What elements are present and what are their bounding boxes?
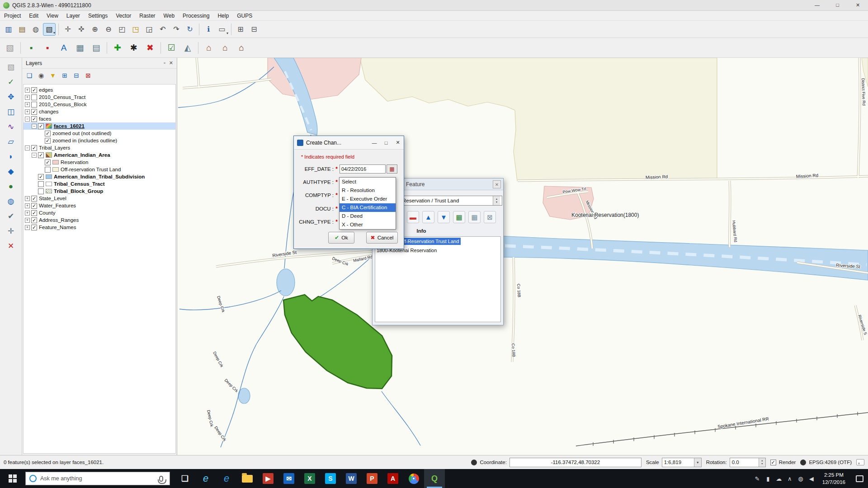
- split-feature-button[interactable]: ✱: [126, 40, 142, 56]
- show-hidden-icons-tray-icon[interactable]: ∧: [784, 469, 795, 488]
- zoom-in-button[interactable]: ⊕: [89, 23, 101, 36]
- start-button[interactable]: [0, 469, 25, 488]
- layer-row-american-indian-tribal-subdivision[interactable]: ✓American_Indian_Tribal_Subdivision: [24, 173, 175, 180]
- layer-checkbox[interactable]: [38, 181, 44, 187]
- layer-checkbox[interactable]: ✓: [31, 109, 37, 115]
- draw-curve-button[interactable]: ∿: [3, 120, 19, 134]
- layer-row-address-ranges[interactable]: +✓Address_Ranges: [24, 216, 175, 224]
- layer-properties-button[interactable]: ▤: [89, 40, 104, 56]
- powerpoint-taskbar-button[interactable]: P: [362, 469, 382, 488]
- dropdown-option-d-deed[interactable]: D - Deed: [340, 212, 396, 221]
- show-on-map-button[interactable]: ▦: [453, 211, 465, 223]
- move-feature-button[interactable]: ✥: [3, 90, 19, 104]
- node-tool-button[interactable]: ◫: [3, 105, 19, 119]
- dropdown-option-r-resolution[interactable]: R - Resolution: [340, 186, 396, 195]
- onedrive-tray-icon[interactable]: ☁: [774, 469, 784, 488]
- create-dialog-maximize-button[interactable]: □: [380, 140, 392, 145]
- expander-icon[interactable]: +: [25, 203, 30, 208]
- menu-item-help[interactable]: Help: [213, 11, 233, 21]
- delete-selected-area-button[interactable]: ▬: [407, 211, 419, 223]
- import-addresses-button[interactable]: ⌂: [201, 40, 217, 56]
- menu-item-settings[interactable]: Settings: [84, 11, 112, 21]
- layer-checkbox[interactable]: ✓: [38, 123, 44, 129]
- qgis-taskbar-button[interactable]: Q: [424, 469, 445, 488]
- expander-icon[interactable]: +: [25, 95, 30, 100]
- task-view-taskbar-button[interactable]: ❏: [175, 469, 195, 488]
- scale-combo[interactable]: 1:6,819 ▾: [662, 458, 702, 467]
- attribute-table-button[interactable]: ▦: [72, 40, 88, 56]
- panel-close-icon[interactable]: ✕: [169, 60, 173, 66]
- expander-icon[interactable]: +: [25, 225, 30, 230]
- messages-icon[interactable]: [856, 459, 864, 465]
- layer-checkbox[interactable]: [31, 102, 37, 108]
- menu-item-project[interactable]: Project: [0, 11, 25, 21]
- action-center-button[interactable]: [851, 469, 868, 488]
- layer-checkbox[interactable]: [38, 188, 44, 194]
- window-close-button[interactable]: ✕: [848, 0, 868, 10]
- render-checkbox[interactable]: ✓: [770, 460, 776, 465]
- microphone-icon[interactable]: [159, 476, 163, 482]
- skype-taskbar-button[interactable]: S: [320, 469, 341, 488]
- add-annotation-button[interactable]: ◗: [3, 150, 19, 164]
- expander-icon[interactable]: +: [25, 211, 30, 216]
- expand-all-button[interactable]: ⊞: [59, 70, 70, 81]
- crosshair-tool-button[interactable]: ✛: [3, 224, 19, 238]
- media-player-taskbar-button[interactable]: ▶: [258, 469, 278, 488]
- layer-row-tribal-layers[interactable]: −✓Tribal_Layers: [24, 144, 175, 151]
- layer-checkbox[interactable]: ✓: [31, 225, 37, 230]
- next-feature-button[interactable]: ▼: [438, 211, 450, 223]
- layer-row-2010-census-tract[interactable]: +2010_Census_Tract: [24, 94, 175, 101]
- map-canvas[interactable]: Mission RdMission RdPow Wow TrlMission R…: [177, 58, 868, 455]
- layer-row-2010-census-block[interactable]: +2010_Census_Block: [24, 101, 175, 108]
- rotation-spinner[interactable]: 0.0 ▴ ▾: [730, 458, 766, 467]
- zoom-out-button[interactable]: ⊖: [102, 23, 115, 36]
- menu-item-gups[interactable]: GUPS: [233, 11, 256, 21]
- expander-icon[interactable]: +: [25, 102, 30, 107]
- import-roads-button[interactable]: ⌂: [234, 40, 249, 56]
- panel-float-icon[interactable]: ▫: [164, 60, 165, 66]
- excel-taskbar-button[interactable]: X: [299, 469, 320, 488]
- layer-row-zoomed-out-not-outlined[interactable]: ✓zoomed out (not outlined): [24, 130, 175, 137]
- new-print-composer-button[interactable]: ▤: [16, 23, 28, 36]
- select-features-secondary-button[interactable]: ▧: [2, 40, 18, 56]
- layer-checkbox[interactable]: ✓: [38, 174, 44, 180]
- dropdown-option-c-bia-certification[interactable]: C - BIA Certification: [340, 203, 396, 212]
- layer-checkbox[interactable]: [31, 94, 37, 100]
- expander-icon[interactable]: +: [25, 196, 30, 201]
- window-minimize-button[interactable]: —: [807, 0, 827, 10]
- edge-browser-taskbar-button[interactable]: e: [216, 469, 237, 488]
- taskbar-clock[interactable]: 2:25 PM 12/7/2016: [818, 471, 850, 486]
- pan-map-button[interactable]: ✜: [75, 23, 88, 36]
- dropdown-option-x-other[interactable]: X - Other: [340, 221, 396, 229]
- save-project-button[interactable]: ▥: [2, 23, 15, 36]
- touch-zoom-button[interactable]: ✛: [61, 23, 74, 36]
- layer-checkbox[interactable]: ✓: [31, 203, 37, 209]
- zoom-last-button[interactable]: ↶: [156, 23, 169, 36]
- menu-item-raster[interactable]: Raster: [135, 11, 159, 21]
- layer-row-american-indian-area[interactable]: −✓American_Indian_Area: [24, 151, 175, 159]
- layer-row-edges[interactable]: +✓edges: [24, 86, 175, 94]
- layer-row-zoomed-in-includes-outline[interactable]: ✓zoomed in (includes outline): [24, 137, 175, 144]
- menu-item-view[interactable]: View: [42, 11, 62, 21]
- layer-row-changes[interactable]: +✓changes: [24, 108, 175, 115]
- delete-feature-button[interactable]: ✖: [142, 40, 158, 56]
- verify-tool-button[interactable]: ✔: [3, 209, 19, 223]
- add-linear-feature-button[interactable]: ✓: [3, 75, 19, 89]
- layer-checkbox[interactable]: ✓: [45, 131, 51, 136]
- add-point-feature-button[interactable]: ●: [3, 179, 19, 193]
- expander-icon[interactable]: +: [25, 88, 30, 93]
- network-tray-icon[interactable]: ◍: [795, 469, 806, 488]
- feature-type-combo[interactable]: Reservation / Trust Land ▴ ▾: [400, 196, 502, 206]
- layer-checkbox[interactable]: [45, 167, 51, 173]
- expander-icon[interactable]: −: [32, 124, 37, 129]
- add-area-feature-button[interactable]: ▱: [3, 135, 19, 149]
- expander-icon[interactable]: +: [25, 109, 30, 114]
- layer-row-tribal-census-tract[interactable]: Tribal_Census_Tract: [24, 180, 175, 188]
- layer-row-county[interactable]: +✓County: [24, 209, 175, 216]
- validate-changes-button[interactable]: ☑: [164, 40, 179, 56]
- combo-spin-buttons[interactable]: ▴ ▾: [493, 196, 500, 205]
- add-block-button[interactable]: ◆: [3, 164, 19, 178]
- add-vertex-button[interactable]: ▪: [24, 40, 39, 56]
- chrome-taskbar-button[interactable]: [403, 469, 424, 488]
- expander-icon[interactable]: −: [25, 117, 30, 122]
